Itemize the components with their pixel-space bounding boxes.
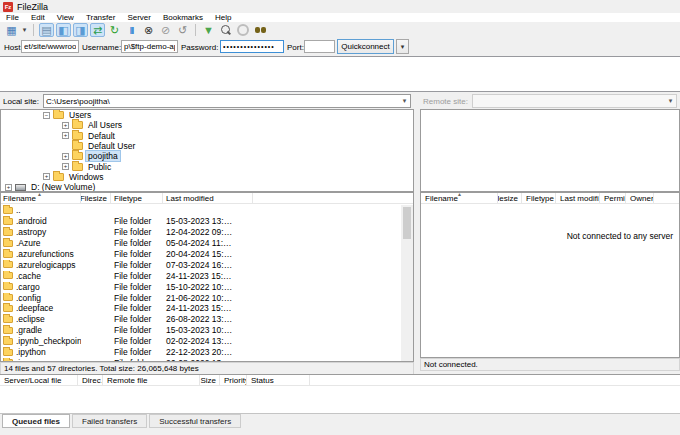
- toggle-local-tree-icon[interactable]: ◧: [56, 23, 71, 37]
- local-site-dropdown-icon[interactable]: ▾: [399, 95, 410, 107]
- tree-item[interactable]: +Default: [1, 131, 413, 141]
- tree-item[interactable]: +All Users: [1, 120, 413, 130]
- menu-view[interactable]: View: [51, 13, 80, 22]
- file-row[interactable]: .cargoFile folder15-10-2022 10:…: [1, 281, 401, 292]
- file-row[interactable]: .astropyFile folder12-04-2022 09:…: [1, 227, 401, 238]
- toggle-message-log-icon[interactable]: ▤: [39, 23, 54, 37]
- file-name: .android: [16, 216, 47, 226]
- collapse-icon[interactable]: −: [43, 112, 50, 119]
- column-header[interactable]: Direc…: [78, 375, 103, 385]
- tree-item-label: Public: [86, 162, 113, 172]
- remote-status-bar: Not connected.: [420, 358, 680, 371]
- file-row[interactable]: .eclipseFile folder26-08-2022 13:…: [1, 314, 401, 325]
- tree-item[interactable]: −Users: [1, 110, 413, 120]
- tree-item[interactable]: Default User: [1, 141, 413, 151]
- menu-edit[interactable]: Edit: [25, 13, 51, 22]
- refresh-icon[interactable]: ↻: [107, 23, 122, 37]
- file-row[interactable]: .AzureFile folder05-04-2024 11:…: [1, 238, 401, 249]
- column-header[interactable]: Filesize: [498, 193, 522, 203]
- tab-failed-transfers[interactable]: Failed transfers: [72, 414, 147, 428]
- find-icon[interactable]: [252, 23, 267, 37]
- file-row[interactable]: .configFile folder21-06-2022 10:…: [1, 292, 401, 303]
- expand-icon[interactable]: +: [62, 132, 69, 139]
- file-name-cell: .Azure: [1, 238, 81, 248]
- column-header[interactable]: Filetype: [522, 193, 556, 203]
- column-header[interactable]: Priority: [220, 375, 247, 385]
- tab-successful-transfers[interactable]: Successful transfers: [149, 414, 241, 428]
- username-input[interactable]: [121, 40, 178, 53]
- remote-list-header: ▲ FilenameFilesizeFiletypeLast modifi…Pe…: [421, 193, 679, 204]
- file-name-cell: .config: [1, 293, 81, 303]
- reconnect-icon[interactable]: ↺: [175, 23, 190, 37]
- password-input[interactable]: [220, 40, 284, 53]
- tree-item-label: Default User: [86, 141, 137, 151]
- menu-bookmarks[interactable]: Bookmarks: [157, 13, 209, 22]
- local-file-list: ...androidFile folder15-03-2023 13:….ast…: [1, 205, 401, 361]
- sync-browse-icon[interactable]: [235, 23, 250, 37]
- local-site-combo[interactable]: ▾: [43, 94, 411, 108]
- column-header[interactable]: Status: [247, 375, 310, 385]
- file-modified-cell: 12-04-2022 09:…: [163, 227, 253, 237]
- column-header[interactable]: Owner/Gr…: [626, 193, 654, 203]
- menu-file[interactable]: File: [0, 13, 25, 22]
- remote-site-input: [473, 95, 665, 107]
- toggle-remote-tree-icon[interactable]: ◨: [73, 23, 88, 37]
- queue-header: Server/Local fileDirec…Remote fileSizePr…: [0, 375, 680, 386]
- file-modified-cell: 26-08-2022 13:…: [163, 358, 253, 361]
- filter-icon[interactable]: ▼: [201, 23, 216, 37]
- file-name: .astropy: [16, 227, 46, 237]
- quickconnect-dropdown-icon[interactable]: ▾: [396, 39, 409, 54]
- site-manager-dropdown-icon[interactable]: ▾: [20, 26, 29, 34]
- file-row[interactable]: .androidFile folder15-03-2023 13:…: [1, 216, 401, 227]
- toggle-transfer-queue-icon[interactable]: ⇄: [90, 23, 105, 37]
- disconnect-icon[interactable]: ⊘: [158, 23, 173, 37]
- column-header[interactable]: Last modifi…: [556, 193, 600, 203]
- compare-icon[interactable]: [218, 23, 233, 37]
- local-site-input[interactable]: [44, 95, 399, 107]
- column-header[interactable]: Filesize: [81, 193, 111, 203]
- file-row[interactable]: .jmcFile folder26-08-2022 13:…: [1, 357, 401, 361]
- quickconnect-button[interactable]: Quickconnect: [337, 39, 394, 54]
- file-name: .azurelogicapps: [16, 260, 76, 270]
- file-row[interactable]: .azurelogicappsFile folder07-03-2024 16:…: [1, 259, 401, 270]
- quickconnect-bar: Host: Username: Password: Port: Quickcon…: [0, 38, 680, 56]
- tree-item[interactable]: +D: (New Volume): [1, 182, 413, 192]
- local-tree: −Users+All Users+DefaultDefault User+poo…: [0, 109, 414, 192]
- column-header[interactable]: Last modified: [163, 193, 253, 203]
- password-label: Password:: [181, 43, 218, 52]
- expand-icon[interactable]: +: [43, 173, 50, 180]
- menu-help[interactable]: Help: [209, 13, 237, 22]
- tree-item[interactable]: +Windows: [1, 172, 413, 182]
- column-header[interactable]: Filetype: [111, 193, 163, 203]
- column-header[interactable]: Remote file: [103, 375, 200, 385]
- file-row[interactable]: .deepfaceFile folder24-11-2023 15:…: [1, 303, 401, 314]
- process-queue-icon[interactable]: |||: [124, 23, 139, 37]
- file-row[interactable]: .ipythonFile folder22-12-2023 20:…: [1, 347, 401, 358]
- file-row[interactable]: .gradleFile folder15-03-2023 10:…: [1, 325, 401, 336]
- expand-icon[interactable]: +: [62, 153, 69, 160]
- menu-server[interactable]: Server: [121, 13, 157, 22]
- expand-icon[interactable]: +: [62, 163, 69, 170]
- file-row[interactable]: .cacheFile folder24-11-2023 15:…: [1, 270, 401, 281]
- file-row[interactable]: ..: [1, 205, 401, 216]
- file-name: .cargo: [16, 282, 40, 292]
- tab-queued-files[interactable]: Queued files: [2, 414, 70, 428]
- port-input[interactable]: [304, 40, 335, 53]
- tree-item[interactable]: +poojitha: [1, 151, 413, 161]
- expand-icon[interactable]: +: [62, 122, 69, 129]
- scrollbar-thumb[interactable]: [403, 207, 411, 239]
- cancel-icon[interactable]: ⊗: [141, 23, 156, 37]
- file-row[interactable]: .azurefunctionsFile folder20-04-2024 15:…: [1, 249, 401, 260]
- tree-item-label: Windows: [67, 172, 105, 182]
- expand-icon[interactable]: +: [5, 184, 12, 191]
- column-header[interactable]: Permissi…: [600, 193, 626, 203]
- menu-transfer[interactable]: Transfer: [80, 13, 122, 22]
- tree-item[interactable]: +Public: [1, 161, 413, 171]
- toolbar-separator: [33, 24, 34, 36]
- column-header[interactable]: Server/Local file: [0, 375, 78, 385]
- local-list-scrollbar[interactable]: [401, 205, 413, 361]
- file-row[interactable]: .ipynb_checkpointsFile folder02-02-2024 …: [1, 336, 401, 347]
- site-manager-icon[interactable]: ▦: [4, 23, 19, 37]
- host-input[interactable]: [21, 40, 79, 53]
- column-header[interactable]: Size: [200, 375, 220, 385]
